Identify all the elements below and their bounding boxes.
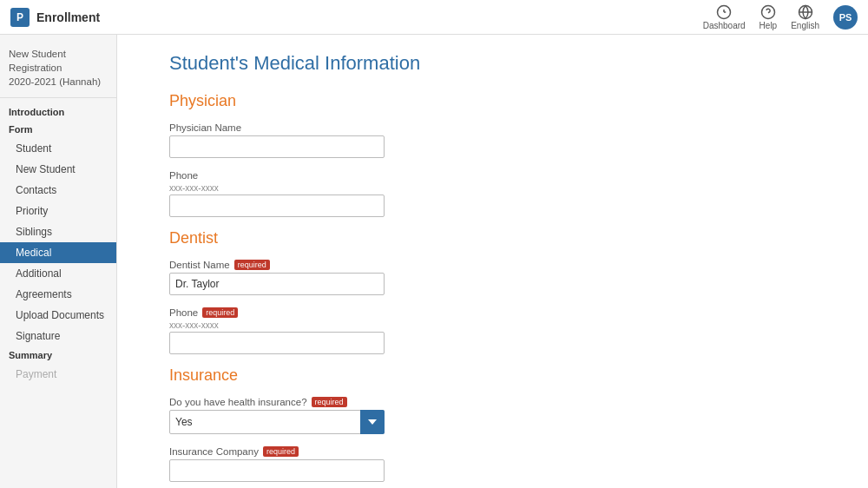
insurance-company-required-badge: required [263,446,299,457]
app-title: Enrollment [36,10,100,24]
insurance-company-label: Insurance Company required [169,446,816,457]
dentist-phone-input[interactable] [169,332,385,354]
user-avatar[interactable]: PS [833,5,858,30]
sidebar-item-additional[interactable]: Additional [0,263,116,284]
dashboard-link[interactable]: Dashboard [703,4,746,30]
sidebar-item-payment: Payment [0,364,116,385]
globe-icon [798,4,813,20]
header-left: P Enrollment [10,8,100,27]
sidebar-item-contacts[interactable]: Contacts [0,180,116,201]
health-insurance-select[interactable]: Yes No [169,410,385,434]
sidebar-section-form: Form [0,121,116,138]
app-logo: P [10,8,30,27]
dentist-phone-group: Phone required xxx-xxx-xxxx [169,307,816,354]
sidebar-item-new-student[interactable]: New Student [0,159,116,180]
dentist-section-title: Dentist [169,229,816,247]
sidebar: New Student Registration 2020-2021 (Hann… [0,35,117,488]
main-content: Student's Medical Information Physician … [117,35,868,488]
health-insurance-required-badge: required [312,397,347,407]
health-insurance-group: Do you have health insurance? required Y… [169,397,816,434]
dentist-name-input[interactable] [169,273,385,295]
main-layout: New Student Registration 2020-2021 (Hann… [0,35,868,488]
health-insurance-label: Do you have health insurance? required [169,397,816,407]
dentist-phone-label: Phone required [169,307,816,318]
dentist-phone-hint: xxx-xxx-xxxx [169,320,816,330]
sidebar-section-summary: Summary [0,346,116,364]
page-title: Student's Medical Information [169,52,816,75]
sidebar-item-agreements[interactable]: Agreements [0,284,116,305]
dentist-name-required-badge: required [234,260,270,270]
physician-section-title: Physician [169,92,816,110]
physician-phone-hint: xxx-xxx-xxxx [169,183,816,193]
app-header: P Enrollment Dashboard Help [0,0,868,35]
sidebar-item-upload-documents[interactable]: Upload Documents [0,305,116,326]
sidebar-section-introduction: Introduction [0,103,116,121]
sidebar-item-signature[interactable]: Signature [0,326,116,346]
insurance-company-group: Insurance Company required [169,446,816,482]
physician-name-group: Physician Name [169,122,816,158]
registration-info: New Student Registration 2020-2021 (Hann… [0,42,116,98]
physician-phone-label: Phone [169,170,816,181]
physician-phone-group: Phone xxx-xxx-xxxx [169,170,816,217]
dentist-name-label: Dentist Name required [169,260,816,270]
physician-name-label: Physician Name [169,122,816,133]
help-link[interactable]: Help [760,4,778,30]
sidebar-item-priority[interactable]: Priority [0,201,116,221]
language-selector[interactable]: English [791,4,819,30]
dashboard-icon [716,4,732,20]
sidebar-item-medical[interactable]: Medical [0,242,116,263]
insurance-section-title: Insurance [169,366,816,385]
health-insurance-select-wrapper: Yes No [169,410,385,434]
physician-phone-input[interactable] [169,195,385,217]
header-right: Dashboard Help English PS [703,4,858,30]
physician-name-input[interactable] [169,135,385,158]
sidebar-item-siblings[interactable]: Siblings [0,221,116,242]
help-icon [760,4,776,20]
dentist-phone-required-badge: required [202,307,238,318]
sidebar-item-student[interactable]: Student [0,138,116,159]
insurance-company-input[interactable] [169,459,385,482]
dentist-name-group: Dentist Name required [169,260,816,295]
